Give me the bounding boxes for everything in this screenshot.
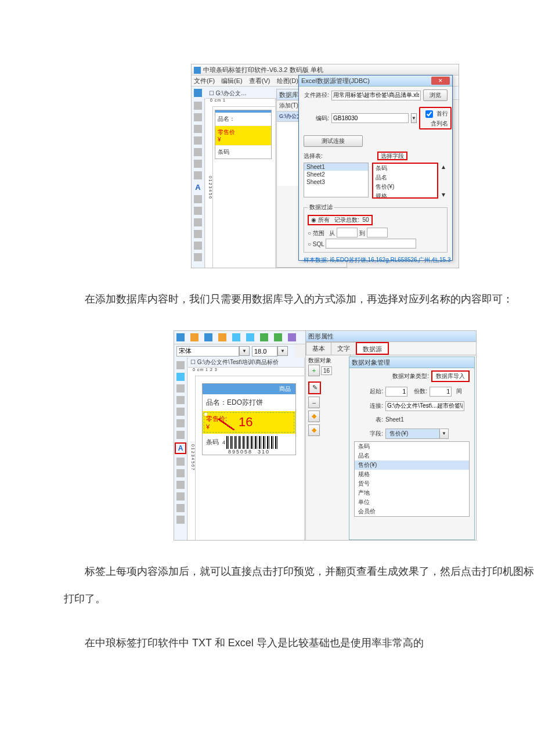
menu-file[interactable]: 文件(F) bbox=[194, 77, 215, 84]
add-obj-icon[interactable]: + bbox=[308, 365, 320, 376]
ellipse-icon[interactable] bbox=[194, 136, 202, 145]
encoding-input[interactable] bbox=[331, 113, 409, 123]
line-icon[interactable] bbox=[194, 125, 202, 133]
label-preview-2: 商品 品名：EDO苏打饼 零售价:¥ 16 条码 4 895058 310 bbox=[202, 383, 296, 455]
sheet-item[interactable]: Sheet1 bbox=[304, 163, 368, 171]
filter-sql-option[interactable]: ○ SQL bbox=[308, 239, 443, 249]
field-item[interactable]: 品名 bbox=[373, 173, 437, 182]
ellipse-icon[interactable] bbox=[176, 396, 185, 404]
delete-obj-icon[interactable]: – bbox=[308, 397, 320, 408]
new-icon[interactable] bbox=[176, 333, 185, 341]
design-canvas-2[interactable]: ☐ G:\办公文件\Test\培训\商品标价 0 cm 1 2 3 0 1 2 … bbox=[188, 358, 305, 540]
field-combo-dropdown[interactable]: ▼ bbox=[439, 429, 448, 438]
excel-dialog-title: Excel数据源管理(JDBC)✕ bbox=[299, 75, 452, 87]
data-object-dialog: 数据对象管理 数据对象类型: 数据库导入 起始: 份数: 间 连接: 表: Sh… bbox=[349, 357, 475, 540]
rect-icon[interactable] bbox=[176, 419, 185, 427]
open-icon[interactable] bbox=[190, 333, 199, 341]
field-combo-value: 售价(¥) bbox=[386, 429, 439, 438]
sheet-item[interactable]: Sheet2 bbox=[304, 171, 368, 178]
move-down-icon[interactable]: ◆ bbox=[308, 424, 320, 436]
pointer-icon[interactable] bbox=[194, 102, 202, 110]
barcode-icon[interactable] bbox=[176, 469, 185, 477]
firstrow-checkbox[interactable]: 首行含列名 bbox=[419, 107, 452, 129]
text-icon[interactable]: A bbox=[195, 183, 200, 192]
field-option[interactable]: 规格 bbox=[355, 470, 469, 479]
conn-input[interactable] bbox=[385, 401, 464, 411]
field-item[interactable]: 售价(¥) bbox=[373, 182, 437, 192]
sheet-list[interactable]: Sheet1 Sheet2 Sheet3 bbox=[304, 163, 369, 197]
menu-view[interactable]: 查看(V) bbox=[249, 77, 270, 84]
undo-icon[interactable] bbox=[194, 253, 202, 261]
curve-icon[interactable] bbox=[176, 504, 185, 512]
field-dropdown-list[interactable]: 条码 品名 售价(¥) 规格 货号 产地 单位 会员价 bbox=[354, 441, 470, 517]
line-icon[interactable] bbox=[176, 384, 185, 393]
field-list[interactable]: 条码 品名 售价(¥) 规格 货号 bbox=[372, 163, 438, 199]
encoding-dropdown[interactable]: ▼ bbox=[411, 113, 417, 123]
tab-basic[interactable]: 基本 bbox=[306, 342, 331, 355]
save-icon[interactable] bbox=[204, 333, 212, 341]
field-option[interactable]: 会员价 bbox=[355, 507, 469, 516]
table-icon[interactable] bbox=[176, 492, 185, 501]
add-button[interactable]: 添加 bbox=[342, 268, 374, 268]
field-item[interactable]: 规格 bbox=[373, 192, 437, 199]
filter-range-option[interactable]: ○ 范围 从 到 bbox=[308, 228, 443, 237]
filter-legend: 数据过滤 bbox=[308, 203, 334, 211]
move-up-icon[interactable]: ◆ bbox=[308, 411, 320, 422]
scroll-up-icon[interactable]: ▴ bbox=[442, 163, 448, 171]
filter-all-option[interactable]: ◉ 所有 记录总数: 50 bbox=[308, 215, 373, 225]
browse-button[interactable]: 浏览 bbox=[423, 89, 448, 101]
warn-icon[interactable] bbox=[194, 218, 202, 226]
design-canvas[interactable]: 0 cm 1 0 1 2 3 4 5 6 品名： 零售价¥ 条码 bbox=[205, 98, 276, 268]
start-input[interactable] bbox=[385, 387, 407, 397]
db-add-link[interactable]: 添加(T) bbox=[279, 102, 298, 109]
sheet-item[interactable]: Sheet3 bbox=[304, 178, 368, 186]
field-option-selected[interactable]: 售价(¥) bbox=[355, 460, 469, 470]
font-name-input[interactable] bbox=[176, 346, 239, 357]
image-icon[interactable] bbox=[194, 171, 202, 179]
font-name-dropdown[interactable]: ▼ bbox=[239, 346, 250, 356]
preview-icon[interactable] bbox=[246, 333, 254, 341]
field-option[interactable]: 货号 bbox=[355, 479, 469, 488]
font-size-dropdown[interactable]: ▼ bbox=[277, 346, 288, 356]
text-tool-icon[interactable]: A bbox=[175, 442, 186, 454]
test-connection-button[interactable]: 测试连接 bbox=[304, 135, 363, 147]
path-input[interactable] bbox=[331, 91, 421, 100]
circle-icon[interactable] bbox=[194, 148, 202, 156]
export-icon[interactable] bbox=[274, 333, 282, 341]
rotate-icon[interactable] bbox=[176, 373, 185, 381]
tab-datasource[interactable]: 数据源 bbox=[356, 342, 389, 355]
edit-obj-icon[interactable]: ✎ bbox=[308, 381, 321, 394]
menu-edit[interactable]: 编辑(E) bbox=[221, 77, 243, 84]
scroll-down-icon[interactable]: ▾ bbox=[442, 190, 448, 199]
image-icon[interactable] bbox=[176, 431, 185, 439]
grid-icon[interactable] bbox=[288, 333, 296, 341]
new-icon[interactable] bbox=[194, 89, 202, 97]
warn-icon[interactable] bbox=[176, 481, 185, 489]
pointer-icon[interactable] bbox=[176, 361, 185, 369]
hand-icon[interactable] bbox=[194, 113, 202, 121]
close-icon[interactable]: ✕ bbox=[431, 77, 450, 85]
list-icon[interactable] bbox=[194, 195, 202, 203]
field-item[interactable]: 条码 bbox=[373, 164, 437, 173]
field-combo[interactable]: 售价(¥) ▼ bbox=[385, 429, 449, 439]
field-option[interactable]: 品名 bbox=[355, 451, 469, 460]
obj-type-value[interactable]: 数据库导入 bbox=[431, 370, 470, 382]
settings-icon[interactable] bbox=[218, 333, 226, 341]
rect-icon[interactable] bbox=[194, 160, 202, 168]
count-input[interactable] bbox=[430, 387, 452, 397]
menu-draw[interactable]: 绘图(D) bbox=[277, 77, 298, 84]
field-option[interactable]: 单位 bbox=[355, 498, 469, 507]
barcode-icon[interactable] bbox=[194, 207, 202, 215]
font-size-input[interactable] bbox=[252, 346, 277, 357]
field-option[interactable]: 产地 bbox=[355, 488, 469, 498]
field-option[interactable]: 条码 bbox=[355, 442, 469, 451]
list-icon[interactable] bbox=[176, 458, 185, 466]
undo-icon[interactable] bbox=[176, 516, 185, 524]
curve-icon[interactable] bbox=[194, 242, 202, 250]
tab-text[interactable]: 文字 bbox=[331, 342, 356, 355]
print-icon[interactable] bbox=[232, 333, 240, 341]
db-icon[interactable] bbox=[260, 333, 268, 341]
table-icon[interactable] bbox=[194, 230, 202, 238]
label2-price-box[interactable]: 零售价:¥ 16 bbox=[203, 411, 295, 434]
circle-icon[interactable] bbox=[176, 408, 185, 416]
